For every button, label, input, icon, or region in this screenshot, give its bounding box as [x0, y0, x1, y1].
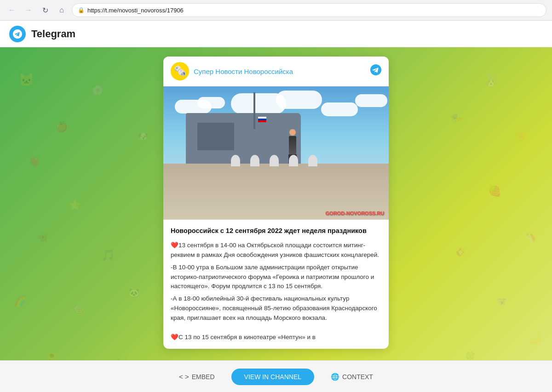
svg-text:🦋: 🦋: [37, 232, 48, 243]
channel-avatar: 🗞️: [171, 62, 189, 80]
browser-chrome: ← → ↻ ⌂ 🔒 https://t.me/novosti_novoross/…: [0, 0, 552, 21]
post-image: GOROD-NOVOROSS.RU: [163, 86, 389, 220]
cloud-2: [197, 97, 225, 108]
post-text: Новороссийск с 12 сентября 2022 ждет нед…: [163, 220, 389, 349]
svg-text:🌸: 🌸: [92, 85, 104, 96]
lock-icon: 🔒: [78, 7, 85, 13]
post-title: Новороссийск с 12 сентября 2022 ждет нед…: [171, 226, 381, 236]
embed-button[interactable]: < > EMBED: [172, 369, 222, 384]
home-button[interactable]: ⌂: [55, 4, 68, 17]
svg-text:🎭: 🎭: [451, 112, 462, 123]
svg-text:🐰: 🐰: [483, 72, 499, 87]
svg-text:🐶: 🐶: [138, 131, 149, 142]
view-label: VIEW IN CHANNEL: [244, 373, 301, 381]
globe-icon: 🌐: [331, 373, 339, 381]
svg-text:🌼: 🌼: [515, 130, 528, 142]
cloud-4: [276, 91, 322, 109]
card-header: 🗞️ Супер Новости Новороссийска: [163, 57, 389, 86]
telegram-logo: [9, 26, 26, 42]
cloud-5: [321, 102, 358, 116]
svg-text:🎈: 🎈: [28, 156, 41, 170]
telegram-header: Telegram: [0, 21, 552, 47]
send-icon: [370, 64, 381, 78]
reload-button[interactable]: ↻: [39, 4, 52, 17]
embed-label: EMBED: [192, 373, 215, 381]
svg-text:🎵: 🎵: [101, 248, 115, 261]
message-card: 🗞️ Супер Новости Новороссийска: [163, 57, 389, 349]
view-in-channel-button[interactable]: VIEW IN CHANNEL: [231, 369, 314, 385]
svg-text:🌈: 🌈: [14, 295, 27, 307]
svg-text:🍓: 🍓: [488, 184, 501, 197]
svg-text:🐱: 🐱: [18, 72, 34, 87]
svg-text:🐼: 🐼: [129, 288, 139, 298]
bollards: [231, 155, 317, 166]
flag: [258, 117, 266, 122]
address-bar[interactable]: 🔒 https://t.me/novosti_novoross/17906: [72, 3, 546, 17]
ship-tower: [197, 123, 234, 150]
heart-icon-2: ❤️: [171, 334, 178, 341]
svg-text:🌙: 🌙: [529, 332, 542, 344]
channel-info: 🗞️ Супер Новости Новороссийска: [171, 62, 293, 80]
svg-text:🐨: 🐨: [497, 297, 507, 307]
svg-text:⭐: ⭐: [69, 199, 80, 210]
svg-text:🍭: 🍭: [74, 305, 85, 316]
bottom-bar: < > EMBED VIEW IN CHANNEL 🌐 CONTEXT: [0, 360, 552, 392]
cloud-6: [355, 94, 387, 107]
svg-text:🦄: 🦄: [524, 232, 536, 243]
forward-button[interactable]: →: [22, 4, 35, 17]
watermark: GOROD-NOVOROSS.RU: [325, 210, 384, 216]
channel-name: Супер Новости Новороссийска: [194, 68, 293, 75]
context-label: CONTEXT: [342, 373, 373, 381]
heart-icon-1: ❤️: [171, 242, 178, 249]
svg-text:🍎: 🍎: [55, 120, 68, 133]
browser-toolbar: ← → ↻ ⌂ 🔒 https://t.me/novosti_novoross/…: [0, 0, 552, 20]
ship-mast: [253, 92, 255, 129]
svg-text:🎸: 🎸: [455, 244, 468, 257]
back-button[interactable]: ←: [6, 4, 18, 17]
telegram-title: Telegram: [31, 28, 75, 40]
context-button[interactable]: 🌐 CONTEXT: [323, 369, 380, 385]
main-area: 🐱 🍎 🌸 🎈 ⭐ 🐶 🌺 🦋 🎵 🐸 🌈 🍭 🐼 🎀 🌻 🦊 🍦 🎪 🐰 🌼 …: [0, 47, 552, 392]
embed-icon: < >: [179, 373, 189, 381]
url-text: https://t.me/novosti_novoross/17906: [87, 7, 184, 14]
post-body: ❤️13 сентября в 14-00 на Октябрьской пло…: [171, 241, 381, 342]
